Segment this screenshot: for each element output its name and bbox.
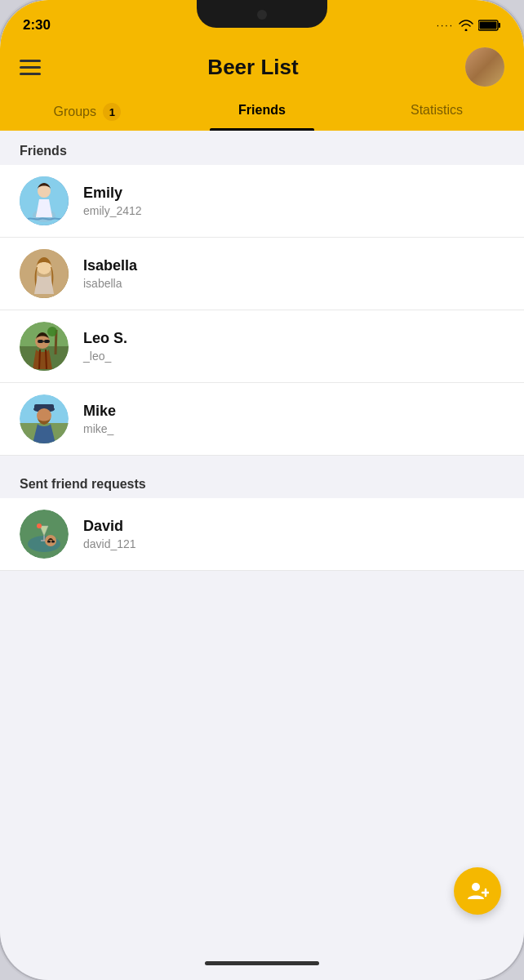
friend-item-mike[interactable]: Mike mike_ [0, 383, 524, 456]
groups-badge: 1 [103, 103, 121, 121]
battery-icon [478, 20, 501, 31]
avatar-isabella [20, 249, 69, 298]
friend-info-isabella: Isabella isabella [83, 257, 137, 290]
phone-frame: 2:30 ···· Bee [0, 0, 524, 980]
avatar-emily [20, 176, 69, 225]
status-icons: ···· [437, 20, 501, 31]
friend-item-emily[interactable]: Emily emily_2412 [0, 165, 524, 238]
camera [257, 10, 267, 20]
wifi-icon [459, 20, 473, 31]
friends-section-title: Friends [20, 144, 67, 158]
home-indicator [205, 961, 319, 965]
svg-rect-13 [44, 340, 50, 343]
tab-groups[interactable]: Groups 1 [0, 95, 175, 131]
friend-item-leo[interactable]: Leo S. _leo_ [0, 310, 524, 383]
friend-name-david: David [83, 518, 136, 535]
add-person-icon [466, 880, 489, 902]
tab-friends[interactable]: Friends [175, 95, 349, 131]
signal-dots-icon: ···· [437, 20, 454, 31]
friend-username-isabella: isabella [83, 277, 137, 290]
menu-button[interactable] [20, 60, 41, 75]
friend-username-leo: _leo_ [83, 350, 127, 363]
avatar-leo [20, 322, 69, 371]
tab-statistics[interactable]: Statistics [349, 95, 524, 131]
avatar-mike [20, 394, 69, 443]
svg-rect-29 [51, 541, 55, 543]
friend-username-mike: mike_ [83, 422, 116, 435]
svg-line-15 [39, 350, 40, 369]
sent-requests-title: Sent friend requests [20, 477, 146, 491]
svg-rect-2 [480, 22, 497, 29]
svg-rect-12 [38, 340, 43, 343]
friend-info-mike: Mike mike_ [83, 403, 116, 435]
avatar-david [20, 510, 69, 559]
user-avatar[interactable] [465, 47, 504, 87]
friend-name-emily: Emily [83, 185, 142, 202]
friend-username-emily: emily_2412 [83, 204, 142, 217]
svg-point-30 [472, 883, 480, 891]
app-header: Beer List [0, 41, 524, 87]
friend-info-emily: Emily emily_2412 [83, 185, 142, 217]
phone-inner: 2:30 ···· Bee [0, 0, 524, 980]
sent-requests-section-header: Sent friend requests [0, 464, 524, 498]
friends-section-header: Friends [0, 131, 524, 165]
status-time: 2:30 [23, 17, 51, 33]
svg-point-10 [47, 327, 57, 336]
tab-bar: Groups 1 Friends Statistics [0, 87, 524, 131]
friend-name-isabella: Isabella [83, 257, 137, 274]
content-area: Friends [0, 131, 524, 571]
friend-name-leo: Leo S. [83, 330, 127, 347]
svg-rect-28 [47, 541, 51, 543]
friend-info-leo: Leo S. _leo_ [83, 330, 127, 363]
app-title: Beer List [207, 55, 298, 80]
friend-item-isabella[interactable]: Isabella isabella [0, 238, 524, 310]
add-friend-fab[interactable] [454, 867, 501, 915]
svg-line-16 [46, 350, 47, 369]
svg-rect-1 [499, 23, 501, 28]
friend-username-david: david_121 [83, 537, 136, 550]
friend-info-david: David david_121 [83, 518, 136, 550]
friend-name-mike: Mike [83, 403, 116, 420]
svg-point-27 [45, 535, 56, 546]
friend-item-david[interactable]: David david_121 [0, 498, 524, 571]
svg-point-26 [37, 523, 42, 528]
